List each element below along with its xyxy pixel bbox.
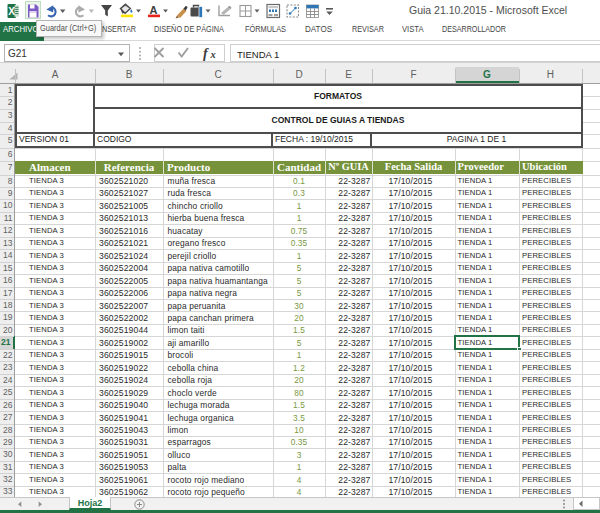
svg-text:f: f bbox=[203, 46, 209, 61]
svg-text:A: A bbox=[150, 4, 158, 16]
svg-text:x: x bbox=[210, 49, 216, 60]
svg-text:X: X bbox=[8, 6, 15, 17]
